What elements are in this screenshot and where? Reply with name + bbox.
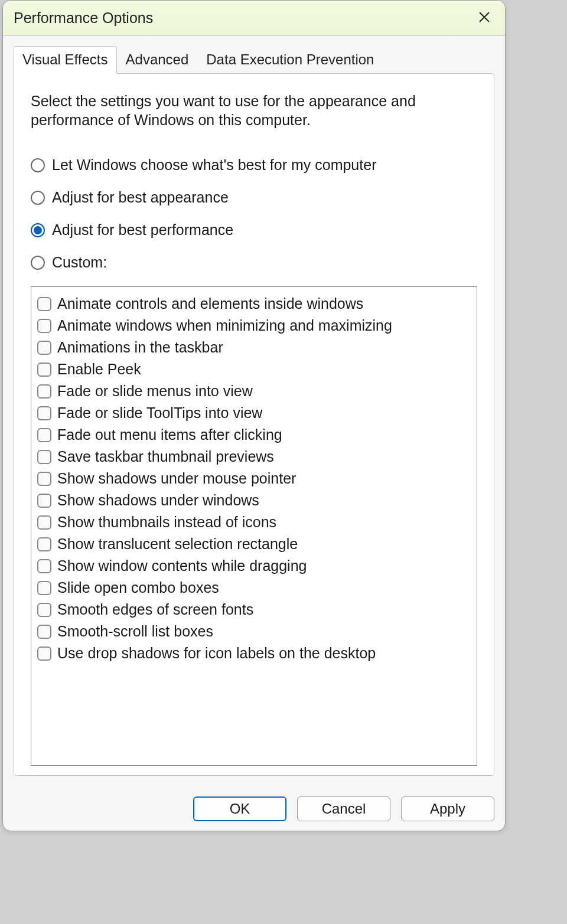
checkbox-icon bbox=[37, 450, 51, 464]
radio-icon bbox=[31, 191, 45, 205]
radio-icon bbox=[31, 256, 45, 270]
checkbox-icon bbox=[37, 537, 51, 551]
close-button[interactable] bbox=[474, 8, 494, 28]
checklist-item[interactable]: Fade or slide menus into view bbox=[37, 380, 471, 402]
checklist-item-label: Use drop shadows for icon labels on the … bbox=[57, 645, 376, 662]
checklist-item-label: Enable Peek bbox=[57, 361, 141, 378]
checklist-item-label: Smooth-scroll list boxes bbox=[57, 623, 213, 640]
checklist-item[interactable]: Show shadows under windows bbox=[37, 489, 471, 511]
checkbox-icon bbox=[37, 647, 51, 661]
checklist-item-label: Animate controls and elements inside win… bbox=[57, 295, 363, 312]
checkbox-icon bbox=[37, 341, 51, 355]
checklist-item[interactable]: Show shadows under mouse pointer bbox=[37, 468, 471, 489]
window-title: Performance Options bbox=[14, 9, 153, 27]
tab-data-execution-prevention[interactable]: Data Execution Prevention bbox=[197, 46, 383, 74]
checklist-item-label: Smooth edges of screen fonts bbox=[57, 601, 253, 618]
radio-icon bbox=[31, 223, 45, 237]
checklist-item-label: Show shadows under mouse pointer bbox=[57, 470, 296, 487]
checkbox-icon bbox=[37, 625, 51, 639]
cancel-button[interactable]: Cancel bbox=[297, 796, 390, 821]
checklist-item[interactable]: Save taskbar thumbnail previews bbox=[37, 446, 471, 468]
checklist-item-label: Show window contents while dragging bbox=[57, 557, 307, 574]
checklist-item[interactable]: Slide open combo boxes bbox=[37, 577, 471, 599]
checklist-item-label: Save taskbar thumbnail previews bbox=[57, 448, 274, 465]
radio-option[interactable]: Adjust for best performance bbox=[31, 221, 477, 239]
radio-option[interactable]: Custom: bbox=[31, 254, 477, 271]
performance-options-window: Performance Options Visual Effects Advan… bbox=[2, 0, 506, 831]
tab-panel-visual-effects: Select the settings you want to use for … bbox=[14, 73, 494, 776]
checkbox-icon bbox=[37, 297, 51, 311]
checklist-item[interactable]: Animate controls and elements inside win… bbox=[37, 293, 471, 315]
checklist-item[interactable]: Enable Peek bbox=[37, 358, 471, 380]
checklist-item-label: Fade or slide ToolTips into view bbox=[57, 404, 262, 422]
checklist-item-label: Animations in the taskbar bbox=[57, 339, 223, 356]
checklist-item[interactable]: Fade out menu items after clicking bbox=[37, 424, 471, 446]
tab-label: Advanced bbox=[126, 51, 189, 67]
intro-text: Select the settings you want to use for … bbox=[31, 92, 432, 129]
button-label: Cancel bbox=[322, 801, 366, 817]
checkbox-icon bbox=[37, 559, 51, 573]
visual-effects-checklist[interactable]: Animate controls and elements inside win… bbox=[31, 286, 477, 766]
checkbox-icon bbox=[37, 603, 51, 617]
checklist-item[interactable]: Show thumbnails instead of icons bbox=[37, 511, 471, 533]
checklist-item-label: Fade or slide menus into view bbox=[57, 383, 253, 400]
checkbox-icon bbox=[37, 428, 51, 442]
checkbox-icon bbox=[37, 384, 51, 399]
checklist-item-label: Slide open combo boxes bbox=[57, 579, 219, 596]
button-label: Apply bbox=[430, 801, 465, 817]
checklist-item[interactable]: Use drop shadows for icon labels on the … bbox=[37, 642, 471, 664]
tab-label: Data Execution Prevention bbox=[206, 51, 374, 67]
checklist-item[interactable]: Fade or slide ToolTips into view bbox=[37, 402, 471, 424]
radio-label: Adjust for best appearance bbox=[52, 189, 229, 206]
checkbox-icon bbox=[37, 363, 51, 377]
checklist-item[interactable]: Show window contents while dragging bbox=[37, 555, 471, 577]
checklist-item[interactable]: Smooth edges of screen fonts bbox=[37, 599, 471, 621]
dialog-button-bar: OK Cancel Apply bbox=[193, 796, 494, 821]
tab-label: Visual Effects bbox=[22, 51, 108, 67]
checklist-item[interactable]: Show translucent selection rectangle bbox=[37, 533, 471, 555]
checklist-item[interactable]: Animations in the taskbar bbox=[37, 337, 471, 358]
checklist-item-label: Fade out menu items after clicking bbox=[57, 426, 282, 443]
radio-option[interactable]: Let Windows choose what's best for my co… bbox=[31, 156, 477, 174]
checklist-item-label: Animate windows when minimizing and maxi… bbox=[57, 317, 392, 334]
ok-button[interactable]: OK bbox=[193, 796, 286, 821]
checkbox-icon bbox=[37, 515, 51, 530]
checkbox-icon bbox=[37, 472, 51, 486]
apply-button[interactable]: Apply bbox=[401, 796, 494, 821]
checklist-item-label: Show translucent selection rectangle bbox=[57, 536, 298, 553]
radio-label: Custom: bbox=[52, 254, 107, 271]
radio-icon bbox=[31, 158, 45, 172]
checklist-item-label: Show shadows under windows bbox=[57, 492, 259, 509]
radio-label: Adjust for best performance bbox=[52, 221, 233, 239]
checklist-item[interactable]: Smooth-scroll list boxes bbox=[37, 621, 471, 642]
checkbox-icon bbox=[37, 581, 51, 595]
tab-advanced[interactable]: Advanced bbox=[117, 46, 198, 74]
radio-label: Let Windows choose what's best for my co… bbox=[52, 156, 376, 174]
radio-option[interactable]: Adjust for best appearance bbox=[31, 189, 477, 206]
checkbox-icon bbox=[37, 494, 51, 508]
button-label: OK bbox=[230, 801, 250, 817]
checklist-item[interactable]: Animate windows when minimizing and maxi… bbox=[37, 315, 471, 337]
checkbox-icon bbox=[37, 319, 51, 333]
checkbox-icon bbox=[37, 406, 51, 420]
tab-strip: Visual Effects Advanced Data Execution P… bbox=[3, 36, 505, 73]
checklist-item-label: Show thumbnails instead of icons bbox=[57, 514, 276, 531]
tab-visual-effects[interactable]: Visual Effects bbox=[14, 46, 117, 74]
close-icon bbox=[478, 11, 491, 26]
titlebar: Performance Options bbox=[3, 1, 505, 36]
